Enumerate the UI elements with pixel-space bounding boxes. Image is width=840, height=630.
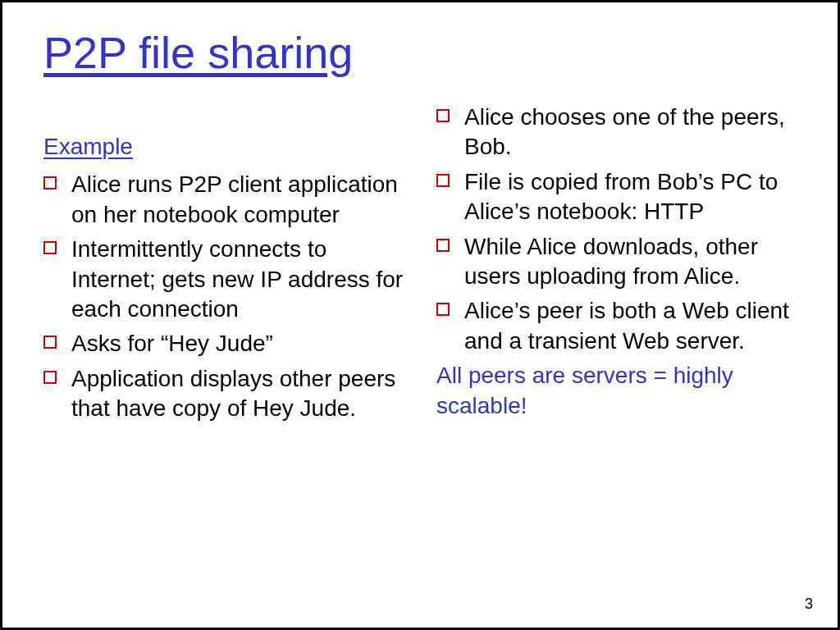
slide-title: P2P file sharing <box>43 27 797 78</box>
list-item: Application displays other peers that ha… <box>43 364 404 424</box>
slide: P2P file sharing Example Alice runs P2P … <box>0 0 840 630</box>
left-column: Example Alice runs P2P client applicatio… <box>43 103 404 429</box>
example-heading: Example <box>43 132 404 162</box>
list-item: Alice runs P2P client application on her… <box>43 170 404 230</box>
list-item-text: Alice runs P2P client application on her… <box>71 171 398 226</box>
right-column: Alice chooses one of the peers, Bob. Fil… <box>436 103 797 429</box>
square-bullet-icon <box>43 176 57 189</box>
page-number: 3 <box>805 596 813 613</box>
square-bullet-icon <box>436 109 450 122</box>
list-item-text: Alice’s peer is both a Web client and a … <box>464 298 789 353</box>
list-item-text: Alice chooses one of the peers, Bob. <box>464 104 785 159</box>
square-bullet-icon <box>43 371 57 384</box>
list-item-text: Asks for “Hey Jude” <box>71 331 273 356</box>
square-bullet-icon <box>43 241 57 254</box>
left-list: Alice runs P2P client application on her… <box>43 170 404 423</box>
list-item-text: Application displays other peers that ha… <box>71 366 395 421</box>
square-bullet-icon <box>436 303 450 316</box>
square-bullet-icon <box>43 336 57 349</box>
list-item: Intermittently connects to Internet; get… <box>43 235 404 324</box>
list-item: Alice chooses one of the peers, Bob. <box>436 103 797 162</box>
list-item: Alice’s peer is both a Web client and a … <box>436 296 797 356</box>
list-item: While Alice downloads, other users uploa… <box>436 232 797 292</box>
list-item: Asks for “Hey Jude” <box>43 329 404 358</box>
conclusion-text: All peers are servers = highly scalable! <box>436 361 797 421</box>
content-columns: Example Alice runs P2P client applicatio… <box>43 103 797 429</box>
list-item-text: While Alice downloads, other users uploa… <box>464 234 758 289</box>
square-bullet-icon <box>436 239 450 252</box>
list-item-text: Intermittently connects to Internet; get… <box>71 236 403 322</box>
list-item: File is copied from Bob’s PC to Alice’s … <box>436 167 797 227</box>
right-list: Alice chooses one of the peers, Bob. Fil… <box>436 103 797 356</box>
square-bullet-icon <box>436 174 450 187</box>
list-item-text: File is copied from Bob’s PC to Alice’s … <box>464 169 778 224</box>
